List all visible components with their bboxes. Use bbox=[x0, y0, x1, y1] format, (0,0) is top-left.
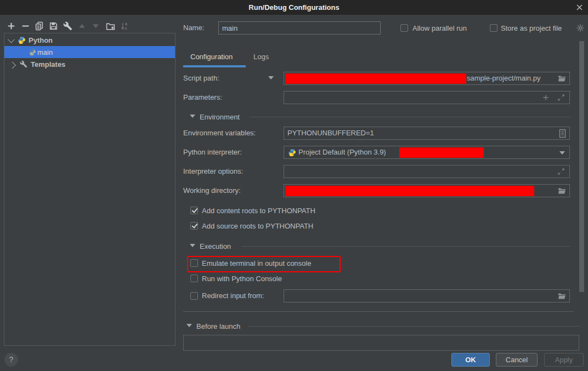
folder-icon[interactable] bbox=[558, 293, 566, 300]
before-launch-collapse-caret-icon[interactable] bbox=[186, 324, 192, 327]
expand-icon[interactable] bbox=[557, 168, 565, 175]
chevron-down-icon[interactable] bbox=[8, 36, 15, 43]
redirect-input-field[interactable] bbox=[284, 289, 570, 302]
close-icon bbox=[576, 4, 583, 11]
execution-collapse-caret-icon[interactable] bbox=[190, 244, 195, 247]
environment-variables-field[interactable]: PYTHONUNBUFFERED=1 bbox=[284, 127, 570, 140]
run-debug-configurations-dialog: Run/Debug Configurations bbox=[0, 0, 588, 371]
python-interpreter-value: Project Default (Python 3.9) bbox=[298, 148, 386, 156]
browse-variables-icon[interactable] bbox=[559, 129, 566, 138]
interpreter-options-field[interactable] bbox=[284, 165, 570, 178]
apply-button[interactable]: Apply bbox=[544, 353, 584, 367]
configurations-tree-panel: Python main Templates bbox=[4, 33, 176, 346]
remove-configuration-button[interactable] bbox=[21, 21, 30, 31]
tab-logs[interactable]: Logs bbox=[253, 53, 269, 61]
help-button[interactable]: ? bbox=[4, 353, 18, 367]
python-icon bbox=[18, 36, 26, 44]
section-divider bbox=[250, 117, 570, 117]
tree-item-label: Templates bbox=[31, 60, 65, 69]
store-as-project-file-checkbox[interactable] bbox=[490, 24, 497, 32]
sort-az-icon: a z bbox=[120, 21, 129, 31]
gear-icon[interactable] bbox=[576, 24, 585, 32]
folder-icon[interactable] bbox=[558, 187, 566, 195]
dialog-titlebar: Run/Debug Configurations bbox=[0, 0, 588, 15]
store-as-project-file-label: Store as project file bbox=[501, 24, 562, 32]
emulate-terminal-checkbox[interactable] bbox=[190, 259, 198, 267]
tree-item-main[interactable]: main bbox=[4, 46, 175, 58]
working-directory-field[interactable] bbox=[284, 184, 570, 197]
tree-item-label: Python bbox=[29, 36, 53, 44]
section-divider bbox=[248, 326, 580, 327]
redirect-input-label: Redirect input from: bbox=[202, 292, 264, 300]
allow-parallel-run-label: Allow parallel run bbox=[412, 24, 467, 32]
interpreter-options-label: Interpreter options: bbox=[183, 167, 243, 175]
move-down-button[interactable] bbox=[91, 21, 100, 31]
sort-alphabetically-button[interactable]: a z bbox=[120, 21, 129, 31]
section-divider bbox=[241, 246, 570, 247]
dialog-title: Run/Debug Configurations bbox=[248, 3, 339, 12]
chevron-right-icon[interactable] bbox=[9, 61, 16, 69]
allow-parallel-run-checkbox[interactable] bbox=[400, 24, 408, 32]
wrench-icon bbox=[63, 21, 72, 31]
add-configuration-button[interactable] bbox=[7, 21, 16, 31]
new-folder-button[interactable] bbox=[106, 21, 115, 31]
cancel-button[interactable]: Cancel bbox=[496, 353, 538, 367]
add-source-roots-checkbox[interactable] bbox=[190, 222, 198, 230]
add-source-roots-label: Add source roots to PYTHONPATH bbox=[202, 222, 313, 230]
redirect-input-checkbox[interactable] bbox=[190, 292, 198, 300]
plus-icon[interactable] bbox=[542, 94, 550, 101]
environment-section-header: Environment bbox=[200, 113, 240, 121]
working-directory-label: Working directory: bbox=[183, 186, 241, 195]
script-path-field[interactable]: sample-project/main.py bbox=[284, 72, 570, 85]
svg-text:z: z bbox=[125, 26, 127, 30]
environment-collapse-caret-icon[interactable] bbox=[190, 115, 195, 118]
ok-button[interactable]: OK bbox=[451, 353, 490, 367]
minus-icon bbox=[21, 21, 30, 31]
save-icon bbox=[49, 21, 58, 31]
parameters-field[interactable] bbox=[284, 91, 570, 104]
redaction-overlay bbox=[285, 186, 534, 196]
script-path-options-caret-icon[interactable] bbox=[268, 76, 274, 79]
name-input[interactable] bbox=[218, 21, 381, 35]
move-up-button[interactable] bbox=[77, 21, 87, 31]
tree-item-templates[interactable]: Templates bbox=[4, 58, 175, 70]
script-path-value: sample-project/main.py bbox=[467, 74, 540, 82]
redaction-overlay bbox=[399, 147, 484, 158]
copy-icon bbox=[35, 21, 44, 31]
content-divider bbox=[183, 311, 574, 312]
expand-icon[interactable] bbox=[557, 94, 565, 101]
close-button[interactable] bbox=[576, 4, 583, 11]
add-content-roots-checkbox[interactable] bbox=[190, 207, 198, 214]
save-configuration-button[interactable] bbox=[49, 21, 58, 31]
python-icon bbox=[288, 149, 296, 157]
execution-section-header: Execution bbox=[200, 242, 231, 250]
run-with-python-console-checkbox[interactable] bbox=[190, 275, 198, 282]
active-tab-underline bbox=[183, 65, 246, 67]
vertical-scrollbar[interactable] bbox=[579, 41, 584, 292]
new-folder-icon bbox=[106, 21, 115, 31]
chevron-down-icon[interactable] bbox=[559, 151, 565, 155]
plus-icon bbox=[7, 21, 16, 31]
parameters-label: Parameters: bbox=[183, 93, 222, 101]
copy-configuration-button[interactable] bbox=[35, 21, 44, 31]
tree-item-python[interactable]: Python bbox=[4, 34, 175, 46]
before-launch-task-list[interactable] bbox=[183, 335, 579, 351]
python-interpreter-combobox[interactable]: Project Default (Python 3.9) bbox=[284, 146, 570, 159]
environment-variables-label: Environment variables: bbox=[183, 129, 256, 137]
python-icon bbox=[29, 48, 36, 56]
edit-templates-button[interactable] bbox=[63, 21, 72, 31]
python-interpreter-label: Python interpreter: bbox=[183, 148, 242, 156]
script-path-label: Script path: bbox=[183, 74, 219, 82]
tab-configuration[interactable]: Configuration bbox=[190, 53, 233, 61]
name-label: Name: bbox=[183, 24, 204, 32]
svg-text:a: a bbox=[125, 22, 127, 26]
help-icon: ? bbox=[9, 355, 14, 364]
tree-item-label: main bbox=[37, 48, 53, 56]
before-launch-section-header: Before launch bbox=[196, 322, 240, 330]
emulate-terminal-label: Emulate terminal in output console bbox=[202, 259, 311, 267]
run-with-python-console-label: Run with Python Console bbox=[202, 275, 282, 283]
arrow-up-icon bbox=[77, 21, 87, 31]
wrench-icon bbox=[20, 60, 27, 68]
arrow-down-icon bbox=[91, 21, 100, 31]
folder-icon[interactable] bbox=[558, 75, 566, 82]
